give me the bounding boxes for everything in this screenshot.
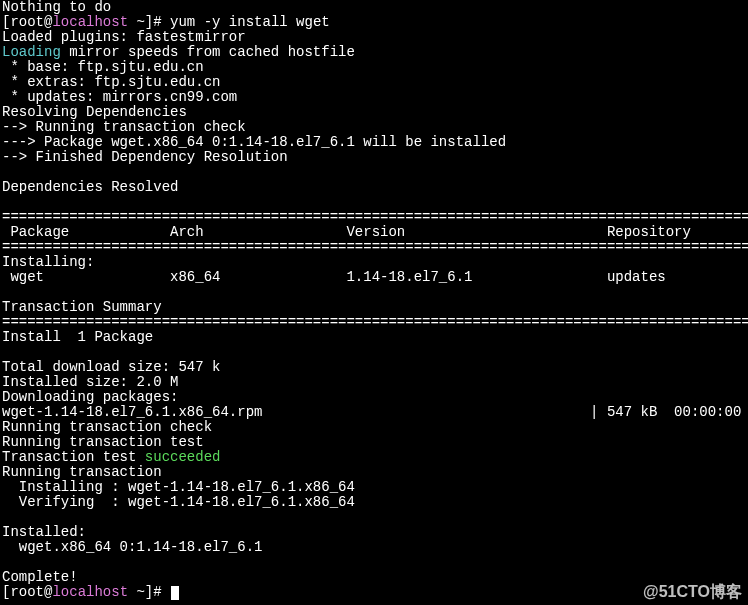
hostname: localhost	[52, 14, 128, 30]
complete: Complete!	[2, 570, 746, 585]
download-size: Total download size: 547 k	[2, 360, 746, 375]
succeeded-word: succeeded	[145, 449, 221, 465]
output-line: Loaded plugins: fastestmirror	[2, 30, 746, 45]
mirror-updates: * updates: mirrors.cn99.com	[2, 90, 746, 105]
loading-rest: mirror speeds from cached hostfile	[61, 44, 355, 60]
downloading: Downloading packages:	[2, 390, 746, 405]
divider: ========================================…	[2, 240, 746, 255]
prompt-line-2[interactable]: [root@localhost ~]#	[2, 585, 746, 600]
tx-summary: Transaction Summary	[2, 300, 746, 315]
tx-test-prefix: Transaction test	[2, 449, 145, 465]
run-tx-check: Running transaction check	[2, 420, 746, 435]
install-count: Install 1 Package	[2, 330, 746, 345]
command-text: yum -y install wget	[170, 14, 330, 30]
blank	[2, 285, 746, 300]
run-check: --> Running transaction check	[2, 120, 746, 135]
output-line: Nothing to do	[2, 0, 746, 15]
installed-size: Installed size: 2.0 M	[2, 375, 746, 390]
prompt-prefix: [root@	[2, 14, 52, 30]
install-step: Installing : wget-1.14-18.el7_6.1.x86_64…	[2, 480, 746, 495]
tx-test-line: Transaction test succeeded	[2, 450, 746, 465]
run-tx-test: Running transaction test	[2, 435, 746, 450]
blank	[2, 510, 746, 525]
prompt-prefix: [root@	[2, 584, 52, 600]
finished: --> Finished Dependency Resolution	[2, 150, 746, 165]
blank	[2, 345, 746, 360]
installing-header: Installing:	[2, 255, 746, 270]
prompt-suffix: ~]#	[128, 584, 170, 600]
output-line: Loading mirror speeds from cached hostfi…	[2, 45, 746, 60]
deps-resolved: Dependencies Resolved	[2, 180, 746, 195]
run-tx: Running transaction	[2, 465, 746, 480]
mirror-extras: * extras: ftp.sjtu.edu.cn	[2, 75, 746, 90]
blank	[2, 165, 746, 180]
blank	[2, 195, 746, 210]
hostname: localhost	[52, 584, 128, 600]
verify-step: Verifying : wget-1.14-18.el7_6.1.x86_64 …	[2, 495, 746, 510]
installed-pkg: wget.x86_64 0:1.14-18.el7_6.1	[2, 540, 746, 555]
resolving: Resolving Dependencies	[2, 105, 746, 120]
mirror-base: * base: ftp.sjtu.edu.cn	[2, 60, 746, 75]
divider: ========================================…	[2, 210, 746, 225]
pkg-line: ---> Package wget.x86_64 0:1.14-18.el7_6…	[2, 135, 746, 150]
loading-word: Loading	[2, 44, 61, 60]
rpm-line: wget-1.14-18.el7_6.1.x86_64.rpm | 547 kB…	[2, 405, 746, 420]
watermark: @51CTO博客	[643, 584, 742, 599]
divider: ========================================…	[2, 315, 746, 330]
table-header: Package Arch Version Repository Size	[2, 225, 746, 240]
blank	[2, 555, 746, 570]
installed-header: Installed:	[2, 525, 746, 540]
prompt-line[interactable]: [root@localhost ~]# yum -y install wget	[2, 15, 746, 30]
prompt-suffix: ~]#	[128, 14, 170, 30]
table-row: wget x86_64 1.14-18.el7_6.1 updates 547 …	[2, 270, 746, 285]
cursor-icon	[171, 586, 179, 600]
